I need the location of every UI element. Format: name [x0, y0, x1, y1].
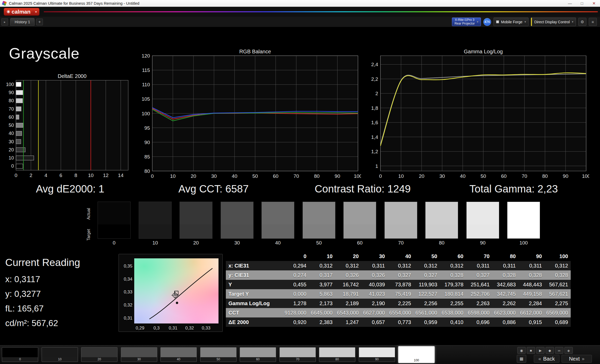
column-header: 80: [492, 253, 518, 259]
actual-row-label: Actual: [86, 203, 92, 224]
source-icon: [496, 20, 499, 23]
swatch-actual: [180, 202, 212, 224]
table-row: x: CIE310,2940,3120,3120,3110,3120,3120,…: [226, 261, 571, 270]
column-header: 70: [466, 253, 492, 259]
svg-text:0: 0: [379, 173, 382, 179]
swatch-color: [180, 202, 212, 239]
continuous-button[interactable]: ∞: [555, 347, 563, 354]
swatch-target: [507, 224, 540, 238]
swatch-color: [384, 202, 417, 239]
swatch-level-label: 0: [98, 240, 131, 246]
column-header: 60: [440, 253, 466, 259]
aperture-button[interactable]: ◉: [517, 347, 526, 354]
swatch-level-label: 50: [302, 240, 335, 246]
table-cell: 251,641: [466, 282, 492, 288]
minimize-button[interactable]: —: [564, 0, 576, 7]
pattern-level-label: 90: [359, 357, 395, 362]
add-tab-button[interactable]: +: [36, 19, 43, 25]
svg-text:85: 85: [144, 154, 150, 160]
cie-x-tick: 0,3: [153, 326, 160, 331]
row-label: Target Y: [226, 291, 283, 297]
tab-history-1[interactable]: History 1: [10, 18, 35, 26]
svg-text:60: 60: [9, 115, 14, 120]
settings-gear-button[interactable]: ⚙: [578, 18, 586, 26]
window-pattern-button[interactable]: ▦: [517, 355, 526, 363]
table-cell: 252,706: [466, 291, 492, 297]
layout-expander-button[interactable]: ▸: [1, 18, 8, 26]
table-cell: 6623,000: [492, 310, 518, 316]
svg-text:100: 100: [582, 173, 589, 179]
menu-button[interactable]: ≡: [589, 18, 597, 26]
svg-text:90: 90: [9, 90, 14, 95]
reading-count-badge[interactable]: 476: [483, 18, 491, 26]
cie-y-tick: 0,31: [120, 316, 132, 321]
svg-text:DeltaE 2000: DeltaE 2000: [58, 73, 86, 79]
svg-text:90: 90: [335, 173, 340, 179]
pattern-button[interactable]: ◈: [564, 347, 573, 354]
meter-selector[interactable]: X-Rite i1Pro 3 Rear Projector ▾: [452, 18, 481, 26]
svg-text:10: 10: [170, 173, 176, 179]
source-selector[interactable]: Mobile Forge ▾: [494, 18, 529, 26]
stop-button[interactable]: ■: [527, 347, 535, 354]
grayscale-swatch-90: 90: [466, 202, 499, 246]
svg-text:70: 70: [9, 106, 14, 112]
swatch-target: [180, 224, 212, 238]
pattern-level-button-60[interactable]: 60: [240, 347, 276, 362]
gamma-loglog-chart: 01020304050607080901002,42,221,81,61,41,…: [369, 49, 589, 180]
table-cell: 75,419: [388, 291, 414, 297]
pattern-level-button-80[interactable]: 80: [319, 347, 355, 362]
deltae-2000-chart: 024681012141009080706050403020100DeltaE …: [3, 73, 132, 180]
svg-text:80: 80: [144, 168, 150, 174]
pattern-level-button-0[interactable]: 0: [2, 347, 38, 362]
maximize-button[interactable]: □: [576, 0, 588, 7]
swatch-actual: [425, 202, 458, 224]
calman-menu-button[interactable]: ✳ calman ▾: [4, 8, 40, 16]
svg-text:10: 10: [88, 173, 93, 178]
grayscale-swatch-40: 40: [261, 202, 294, 246]
pattern-level-button-10[interactable]: 10: [42, 347, 78, 362]
table-cell: 0,410: [440, 319, 466, 325]
next-button[interactable]: Next »: [562, 355, 592, 363]
current-reading-values: x: 0,3117y: 0,3277fL: 165,67cd/m²: 567,6…: [5, 272, 118, 331]
save-button[interactable]: ◆: [546, 347, 554, 354]
pattern-level-button-100[interactable]: 100: [398, 346, 435, 363]
svg-text:80: 80: [542, 173, 548, 179]
pattern-level-button-70[interactable]: 70: [279, 347, 316, 362]
swatch-level-label: 80: [425, 240, 458, 246]
swatch-color: [98, 202, 131, 239]
row-label: ΔE 2000: [226, 319, 283, 325]
table-cell: 0,327: [388, 272, 414, 278]
svg-text:14: 14: [118, 173, 124, 178]
pattern-swatch: [399, 347, 434, 358]
swatch-actual: [98, 202, 130, 224]
table-cell: 0,311: [518, 263, 545, 269]
swatch-actual: [385, 202, 417, 224]
back-button[interactable]: « Back: [534, 355, 559, 363]
table-cell: 0,328: [518, 272, 545, 278]
cie-x-tick: 0,33: [202, 326, 210, 331]
svg-text:10: 10: [398, 173, 404, 179]
pattern-level-button-30[interactable]: 30: [121, 347, 157, 362]
table-cell: 6543,000: [335, 310, 361, 316]
table-cell: 0,327: [466, 272, 492, 278]
pattern-level-button-40[interactable]: 40: [160, 347, 197, 362]
swatch-level-label: 40: [261, 240, 294, 246]
play-button[interactable]: ▶: [536, 347, 545, 354]
swatch-target: [221, 224, 253, 238]
pattern-level-button-90[interactable]: 90: [359, 347, 395, 362]
close-button[interactable]: ✕: [588, 0, 600, 7]
pattern-swatch: [200, 348, 236, 357]
svg-text:50: 50: [9, 123, 14, 128]
table-cell: 2,190: [361, 300, 388, 306]
display-control-selector[interactable]: Direct Display Control ▾: [531, 18, 576, 26]
pattern-level-button-20[interactable]: 20: [81, 347, 117, 362]
table-cell: 2,275: [545, 300, 571, 306]
table-row: Target Y0,0005,86318,79141,02375,419122,…: [226, 289, 571, 299]
reading-value: fL: 165,67: [5, 301, 118, 316]
column-header: 40: [388, 253, 414, 259]
table-cell: 2,225: [388, 300, 414, 306]
cie-y-tick: 0,33: [120, 289, 132, 295]
table-cell: 0,920: [283, 319, 309, 325]
pattern-level-button-50[interactable]: 50: [200, 347, 237, 362]
svg-text:10: 10: [9, 155, 14, 161]
